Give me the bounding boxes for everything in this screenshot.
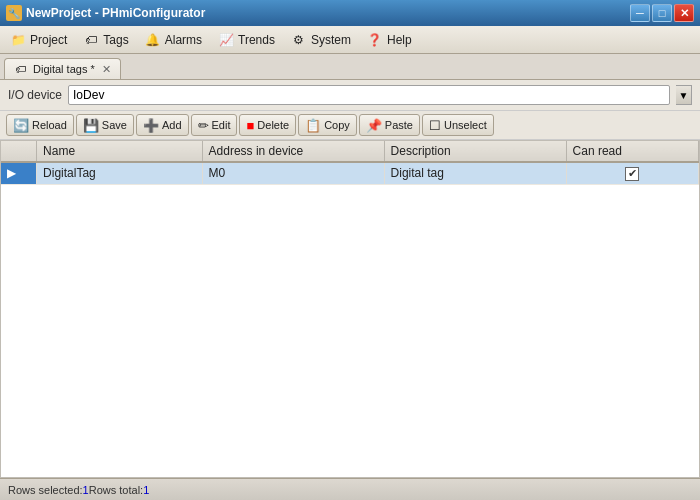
project-icon: 📁 [10, 32, 26, 48]
rows-total-label: Rows total: [89, 484, 143, 496]
table-row[interactable]: ▶ DigitalTag M0 Digital tag ✔ [1, 162, 699, 184]
menu-trends-label: Trends [238, 33, 275, 47]
reload-icon: 🔄 [13, 118, 29, 133]
io-device-dropdown[interactable]: ▼ [676, 85, 692, 105]
maximize-button[interactable]: □ [652, 4, 672, 22]
reload-label: Reload [32, 119, 67, 131]
row-indicator: ▶ [1, 162, 37, 184]
menu-tags-label: Tags [103, 33, 128, 47]
rows-total-count: 1 [143, 484, 149, 496]
col-indicator [1, 141, 37, 162]
col-address: Address in device [202, 141, 384, 162]
paste-label: Paste [385, 119, 413, 131]
menu-help-label: Help [387, 33, 412, 47]
col-description: Description [384, 141, 566, 162]
close-button[interactable]: ✕ [674, 4, 694, 22]
alarms-icon: 🔔 [145, 32, 161, 48]
menu-bar: 📁 Project 🏷 Tags 🔔 Alarms 📈 Trends ⚙ Sys… [0, 26, 700, 54]
delete-icon: ■ [246, 118, 254, 133]
col-can-read: Can read [566, 141, 698, 162]
window-controls: ─ □ ✕ [630, 4, 694, 22]
io-device-bar: I/O device ▼ [0, 80, 700, 111]
unselect-label: Unselect [444, 119, 487, 131]
can-read-checkbox[interactable]: ✔ [625, 167, 639, 181]
copy-button[interactable]: 📋 Copy [298, 114, 357, 136]
menu-help[interactable]: ❓ Help [359, 29, 420, 51]
tags-icon: 🏷 [83, 32, 99, 48]
toolbar: 🔄 Reload 💾 Save ➕ Add ✏ Edit ■ Delete 📋 … [0, 111, 700, 140]
paste-icon: 📌 [366, 118, 382, 133]
add-label: Add [162, 119, 182, 131]
unselect-button[interactable]: ☐ Unselect [422, 114, 494, 136]
menu-tags[interactable]: 🏷 Tags [75, 29, 136, 51]
edit-icon: ✏ [198, 118, 209, 133]
tab-close-button[interactable]: ✕ [101, 63, 112, 76]
edit-button[interactable]: ✏ Edit [191, 114, 238, 136]
data-table: Name Address in device Description Can r… [1, 141, 699, 185]
menu-alarms[interactable]: 🔔 Alarms [137, 29, 210, 51]
tab-bar: 🏷 Digital tags * ✕ [0, 54, 700, 80]
menu-alarms-label: Alarms [165, 33, 202, 47]
cell-name: DigitalTag [37, 162, 202, 184]
copy-icon: 📋 [305, 118, 321, 133]
delete-label: Delete [257, 119, 289, 131]
copy-label: Copy [324, 119, 350, 131]
edit-label: Edit [212, 119, 231, 131]
minimize-button[interactable]: ─ [630, 4, 650, 22]
trends-icon: 📈 [218, 32, 234, 48]
title-bar: 🔧 NewProject - PHmiConfigurator ─ □ ✕ [0, 0, 700, 26]
save-label: Save [102, 119, 127, 131]
paste-button[interactable]: 📌 Paste [359, 114, 420, 136]
system-icon: ⚙ [291, 32, 307, 48]
save-button[interactable]: 💾 Save [76, 114, 134, 136]
add-icon: ➕ [143, 118, 159, 133]
menu-system-label: System [311, 33, 351, 47]
tab-digital-tags[interactable]: 🏷 Digital tags * ✕ [4, 58, 121, 79]
save-icon: 💾 [83, 118, 99, 133]
cell-address: M0 [202, 162, 384, 184]
window-title: NewProject - PHmiConfigurator [26, 6, 205, 20]
table-area[interactable]: Name Address in device Description Can r… [0, 140, 700, 478]
rows-selected-label: Rows selected: [8, 484, 83, 496]
delete-button[interactable]: ■ Delete [239, 114, 296, 136]
io-device-label: I/O device [8, 88, 62, 102]
tab-digital-tags-icon: 🏷 [13, 62, 27, 76]
add-button[interactable]: ➕ Add [136, 114, 189, 136]
menu-trends[interactable]: 📈 Trends [210, 29, 283, 51]
cell-description: Digital tag [384, 162, 566, 184]
menu-project[interactable]: 📁 Project [2, 29, 75, 51]
reload-button[interactable]: 🔄 Reload [6, 114, 74, 136]
help-icon: ❓ [367, 32, 383, 48]
unselect-icon: ☐ [429, 118, 441, 133]
window-content: 📁 Project 🏷 Tags 🔔 Alarms 📈 Trends ⚙ Sys… [0, 26, 700, 500]
col-name: Name [37, 141, 202, 162]
app-icon: 🔧 [6, 5, 22, 21]
menu-project-label: Project [30, 33, 67, 47]
menu-system[interactable]: ⚙ System [283, 29, 359, 51]
cell-can-read[interactable]: ✔ [566, 162, 698, 184]
io-device-input[interactable] [68, 85, 670, 105]
status-bar: Rows selected: 1 Rows total: 1 [0, 478, 700, 500]
tab-digital-tags-label: Digital tags * [33, 63, 95, 75]
